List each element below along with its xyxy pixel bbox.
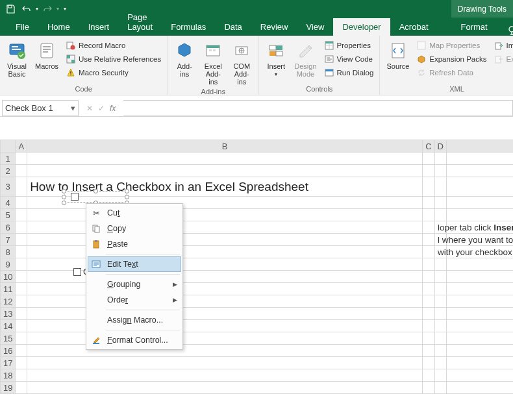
cell[interactable]	[423, 357, 434, 369]
cell[interactable]	[446, 357, 513, 369]
cell[interactable]	[16, 234, 27, 246]
row-header[interactable]: 16	[1, 345, 16, 357]
select-all-corner[interactable]	[1, 140, 16, 153]
menu-edit-text[interactable]: Edit Text	[88, 256, 181, 272]
com-addins-button[interactable]: COM Add-ins	[229, 39, 255, 87]
addins-button[interactable]: Add- ins	[171, 39, 197, 79]
tab-acrobat[interactable]: Acrobat	[390, 18, 438, 36]
cell[interactable]	[27, 165, 423, 177]
cell[interactable]	[446, 283, 513, 295]
cell[interactable]	[16, 345, 27, 357]
redo-icon[interactable]	[40, 2, 55, 16]
visual-basic-button[interactable]: Visual Basic	[4, 39, 30, 79]
resize-handle[interactable]	[125, 195, 129, 199]
menu-grouping[interactable]: Grouping▶	[88, 277, 181, 292]
tab-developer[interactable]: Developer	[333, 18, 390, 36]
fx-icon[interactable]: fx	[110, 104, 116, 113]
cell[interactable]	[16, 357, 27, 369]
cell[interactable]	[423, 197, 434, 209]
cell[interactable]	[16, 332, 27, 345]
row-header[interactable]: 19	[1, 382, 16, 394]
row-header[interactable]: 14	[1, 320, 16, 332]
cell[interactable]	[446, 177, 513, 197]
view-code-button[interactable]: View Code	[322, 53, 376, 66]
name-box[interactable]: Check Box 1 ▾	[2, 100, 79, 116]
cell[interactable]	[434, 271, 446, 283]
cell[interactable]	[423, 153, 434, 165]
row-header[interactable]: 3	[1, 177, 16, 197]
cell[interactable]	[423, 369, 434, 382]
row-header[interactable]: 2	[1, 165, 16, 177]
cell[interactable]	[434, 357, 446, 369]
cell[interactable]	[434, 209, 446, 221]
resize-handle[interactable]	[94, 189, 98, 193]
cell[interactable]	[434, 258, 446, 271]
row-header[interactable]: 9	[1, 258, 16, 271]
menu-copy[interactable]: Copy	[88, 221, 181, 236]
row-header[interactable]: 11	[1, 283, 16, 295]
row-header[interactable]: 18	[1, 369, 16, 382]
menu-format-control[interactable]: Format Control...	[88, 332, 181, 348]
refresh-data-button[interactable]: Refresh Data	[414, 66, 488, 79]
cell[interactable]	[423, 246, 434, 258]
formula-input[interactable]	[123, 100, 513, 116]
cell[interactable]: loper tab click Insert, select Form Cont…	[446, 221, 513, 234]
cell[interactable]	[16, 197, 27, 209]
cell[interactable]	[16, 153, 27, 165]
row-header[interactable]: 17	[1, 357, 16, 369]
cell[interactable]	[446, 197, 513, 209]
tab-file[interactable]: File	[6, 18, 38, 36]
cell[interactable]	[423, 295, 434, 308]
expansion-packs-button[interactable]: Expansion Packs	[414, 53, 488, 66]
cell[interactable]	[423, 271, 434, 283]
cell[interactable]	[446, 165, 513, 177]
insert-control-button[interactable]: Insert▾	[263, 39, 289, 79]
cell[interactable]	[446, 153, 513, 165]
cell[interactable]	[446, 332, 513, 345]
resize-handle[interactable]	[62, 201, 66, 205]
row-header[interactable]: 6	[1, 221, 16, 234]
cell[interactable]	[434, 345, 446, 357]
undo-icon[interactable]	[19, 2, 34, 16]
cell[interactable]	[423, 165, 434, 177]
tab-view[interactable]: View	[297, 18, 333, 36]
tab-home[interactable]: Home	[38, 18, 79, 36]
tab-review[interactable]: Review	[251, 18, 297, 36]
cell[interactable]	[423, 177, 434, 197]
cell[interactable]	[434, 369, 446, 382]
cell[interactable]	[434, 177, 446, 197]
cell[interactable]	[423, 320, 434, 332]
col-header[interactable]: B	[27, 140, 423, 153]
design-mode-button[interactable]: Design Mode	[292, 39, 319, 79]
use-relative-references-button[interactable]: Use Relative References	[64, 53, 163, 66]
row-header[interactable]: 15	[1, 332, 16, 345]
cell[interactable]	[446, 258, 513, 271]
cell[interactable]	[434, 283, 446, 295]
macro-security-button[interactable]: Macro Security	[64, 66, 163, 79]
cell[interactable]	[434, 308, 446, 320]
tab-format[interactable]: Format	[452, 18, 497, 36]
cell[interactable]	[16, 382, 27, 394]
map-properties-button[interactable]: Map Properties	[414, 39, 488, 52]
cell[interactable]	[16, 246, 27, 258]
excel-addins-button[interactable]: Excel Add-ins	[200, 39, 226, 87]
cell[interactable]	[16, 369, 27, 382]
cell[interactable]	[16, 295, 27, 308]
col-header[interactable]: A	[16, 140, 27, 153]
cell[interactable]	[16, 258, 27, 271]
properties-button[interactable]: Properties	[322, 39, 376, 52]
row-header[interactable]: 13	[1, 308, 16, 320]
resize-handle[interactable]	[62, 195, 66, 199]
resize-handle[interactable]	[125, 189, 129, 193]
cell[interactable]	[16, 320, 27, 332]
col-header[interactable]: D	[434, 140, 446, 153]
enter-icon[interactable]: ✓	[98, 104, 105, 113]
cell[interactable]	[27, 382, 423, 394]
tell-me-icon[interactable]	[503, 25, 513, 36]
macros-button[interactable]: Macros	[32, 39, 61, 71]
menu-assign-macro[interactable]: Assign Macro...	[88, 312, 181, 328]
undo-dropdown-icon[interactable]: ▾	[36, 6, 38, 12]
cell[interactable]	[16, 271, 27, 283]
cell[interactable]	[446, 308, 513, 320]
cell[interactable]	[434, 153, 446, 165]
